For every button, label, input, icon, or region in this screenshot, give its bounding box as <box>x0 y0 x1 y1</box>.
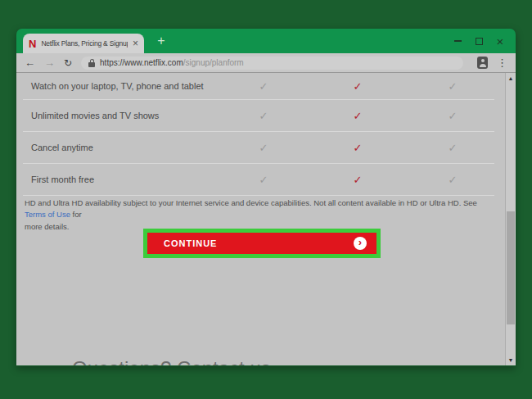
lock-icon <box>88 59 95 67</box>
disclaimer-part2: for <box>70 210 82 219</box>
feature-row-unlimited: Unlimited movies and TV shows ✓ ✓ ✓ <box>23 100 494 132</box>
vertical-scrollbar[interactable]: ▲ ▼ <box>505 73 516 365</box>
check-standard-icon: ✓ <box>351 110 364 122</box>
close-button[interactable]: × <box>489 29 511 53</box>
url-path: /signup/planform <box>183 58 244 67</box>
tab-netflix-signup[interactable]: N Netflix Plans, Pricing & Signup × <box>23 34 144 53</box>
tab-close-icon[interactable]: × <box>133 39 138 48</box>
feature-row-cancel: Cancel anytime ✓ ✓ ✓ <box>23 132 494 164</box>
check-premium-icon: ✓ <box>446 174 459 186</box>
minimize-button[interactable] <box>447 29 468 53</box>
check-basic-icon: ✓ <box>257 80 270 93</box>
window-controls: × <box>447 29 511 53</box>
profile-icon[interactable] <box>477 57 488 69</box>
check-standard-icon: ✓ <box>351 80 364 93</box>
browser-toolbar: ← → ↻ https://www.netflix.com/signup/pla… <box>16 53 516 73</box>
page-content: Watch on your laptop, TV, phone and tabl… <box>16 73 516 365</box>
feature-label: Unlimited movies and TV shows <box>23 111 159 120</box>
close-icon: × <box>497 35 504 48</box>
check-premium-icon: ✓ <box>446 142 459 154</box>
terms-of-use-link[interactable]: Terms of Use <box>25 210 70 219</box>
contact-us-link[interactable]: Questions? Contact us. <box>72 357 276 365</box>
feature-row-first-month: First month free ✓ ✓ ✓ <box>23 164 494 196</box>
tab-title: Netflix Plans, Pricing & Signup <box>41 39 128 48</box>
continue-arrow-circle: › <box>354 237 367 250</box>
continue-highlight-box: CONTINUE › <box>143 229 381 258</box>
check-basic-icon: ✓ <box>257 142 270 154</box>
address-bar[interactable]: https://www.netflix.com/signup/planform <box>81 57 463 70</box>
check-standard-icon: ✓ <box>351 174 364 186</box>
menu-dots-icon[interactable]: ⋮ <box>497 57 507 68</box>
check-basic-icon: ✓ <box>257 110 270 122</box>
url-text: https://www.netflix.com/signup/planform <box>100 58 244 67</box>
continue-button[interactable]: CONTINUE › <box>147 233 376 254</box>
maximize-icon <box>476 38 483 45</box>
scroll-down-icon[interactable]: ▼ <box>506 357 516 363</box>
url-host: https://www.netflix.com <box>100 58 183 67</box>
tab-strip: N Netflix Plans, Pricing & Signup × + × <box>16 29 516 53</box>
disclaimer-line2: more details. <box>25 222 69 231</box>
maximize-button[interactable] <box>468 29 489 53</box>
feature-label: First month free <box>23 175 94 184</box>
check-basic-icon: ✓ <box>257 174 270 186</box>
scroll-up-icon[interactable]: ▲ <box>506 75 516 81</box>
feature-row-watch-devices: Watch on your laptop, TV, phone and tabl… <box>23 73 494 100</box>
continue-label: CONTINUE <box>164 238 217 248</box>
forward-button[interactable]: → <box>44 57 55 68</box>
check-standard-icon: ✓ <box>351 142 364 154</box>
feature-label: Cancel anytime <box>23 143 93 152</box>
back-button[interactable]: ← <box>25 57 35 68</box>
browser-window: N Netflix Plans, Pricing & Signup × + × … <box>16 29 516 366</box>
check-premium-icon: ✓ <box>446 110 459 122</box>
netflix-favicon-icon: N <box>29 39 36 49</box>
scrollbar-thumb[interactable] <box>507 211 515 324</box>
new-tab-button[interactable]: + <box>152 32 170 50</box>
check-premium-icon: ✓ <box>446 80 459 93</box>
hd-disclaimer-text: HD and Ultra HD availability subject to … <box>25 197 493 233</box>
minimize-icon <box>454 40 462 42</box>
feature-label: Watch on your laptop, TV, phone and tabl… <box>23 81 204 91</box>
disclaimer-part1: HD and Ultra HD availability subject to … <box>25 198 477 207</box>
reload-button[interactable]: ↻ <box>64 58 72 68</box>
